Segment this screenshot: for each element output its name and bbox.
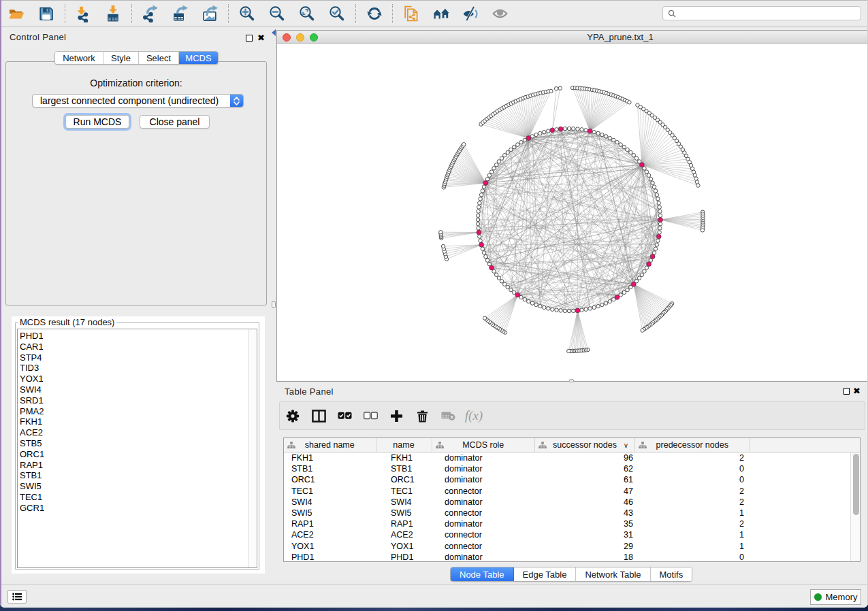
column-header-successor-nodes[interactable]: successor nodes∨ — [535, 438, 635, 452]
table-row[interactable]: ACE2ACE2connector311 — [284, 529, 850, 540]
toolbar-separator — [65, 4, 65, 23]
cell-successor_nodes: 47 — [565, 486, 633, 497]
export-table-button[interactable] — [165, 1, 195, 26]
network-window-title: YPA_prune.txt_1 — [587, 31, 653, 44]
tab-node-table[interactable]: Node Table — [451, 567, 514, 581]
result-list-scrollbar[interactable] — [248, 329, 257, 567]
memory-button[interactable]: Memory — [810, 589, 861, 605]
mcds-result-list[interactable]: PHD1CAR1STP4TID3YOX1SWI4SRD1PMA2FKH1ACE2… — [17, 329, 257, 568]
table-row[interactable]: RAP1RAP1dominator352 — [284, 518, 850, 529]
column-header-predecessor-nodes[interactable]: predecessor nodes — [635, 438, 750, 452]
network-canvas[interactable] — [277, 44, 868, 381]
mcds-result-node[interactable]: PHD1 — [18, 331, 257, 342]
mcds-result-node[interactable]: GCR1 — [18, 503, 257, 514]
close-panel-button[interactable]: Close panel — [140, 115, 210, 129]
table-options-button[interactable] — [280, 403, 306, 428]
column-header-shared-name[interactable]: shared name — [284, 438, 376, 452]
control-panel: Control Panel ✖ NetworkStyleSelectMCDS O… — [0, 27, 272, 584]
cell-shared_name: RAP1 — [291, 518, 373, 529]
tab-mcds[interactable]: MCDS — [179, 52, 218, 64]
export-network-button[interactable] — [135, 1, 165, 26]
delete-columns-button[interactable] — [409, 403, 435, 428]
mcds-result-node[interactable]: CAR1 — [18, 342, 257, 352]
float-panel-icon[interactable] — [246, 35, 253, 42]
import-network-from-file-button[interactable] — [68, 1, 98, 26]
tab-network[interactable]: Network — [55, 52, 103, 64]
cell-successor_nodes: 46 — [565, 497, 633, 508]
window-maximize-button[interactable] — [310, 33, 318, 42]
mcds-result-node[interactable]: ORC1 — [18, 449, 257, 460]
table-scrollbar[interactable] — [850, 452, 860, 561]
network-window-titlebar[interactable]: YPA_prune.txt_1 — [277, 31, 868, 44]
delete-table-button[interactable] — [435, 403, 461, 428]
apply-layout-button[interactable] — [359, 1, 389, 26]
window-close-button[interactable] — [283, 33, 291, 42]
import-table-from-file-button[interactable] — [98, 1, 128, 26]
first-neighbors-button[interactable] — [426, 1, 456, 26]
mcds-result-node[interactable]: YOX1 — [18, 374, 257, 384]
fit-content-button[interactable] — [292, 1, 322, 26]
float-table-panel-icon[interactable] — [843, 388, 850, 395]
close-panel-icon[interactable]: ✖ — [257, 33, 265, 43]
tab-style[interactable]: Style — [103, 52, 139, 64]
cell-successor_nodes: 18 — [565, 552, 633, 561]
new-network-from-selection-button[interactable] — [396, 1, 426, 26]
column-header-name[interactable]: name — [376, 438, 432, 452]
table-row[interactable]: ORC1ORC1dominator610 — [284, 474, 850, 485]
tab-select[interactable]: Select — [139, 52, 179, 64]
horizontal-divider-grip[interactable] — [569, 379, 574, 382]
window-minimize-button[interactable] — [296, 33, 304, 42]
mcds-result-node[interactable]: STB5 — [18, 438, 257, 449]
run-mcds-button[interactable]: Run MCDS — [65, 115, 129, 129]
export-image-button[interactable] — [195, 1, 225, 26]
tab-edge-table[interactable]: Edge Table — [514, 567, 577, 581]
vertical-split-divider[interactable] — [272, 27, 276, 584]
create-new-column-button[interactable] — [383, 403, 409, 428]
tab-motifs[interactable]: Motifs — [651, 567, 692, 581]
mcds-result-node[interactable]: TID3 — [18, 363, 257, 374]
network-graph — [277, 44, 868, 381]
table-panel-titlebar: Table Panel ✖ — [276, 382, 868, 400]
mcds-result-node[interactable]: ACE2 — [18, 427, 257, 438]
open-file-button[interactable] — [1, 1, 31, 26]
tab-network-table[interactable]: Network Table — [576, 567, 650, 581]
mcds-result-node[interactable]: RAP1 — [18, 460, 257, 471]
table-row[interactable]: YOX1YOX1connector291 — [284, 541, 850, 552]
collapse-left-arrow-icon[interactable] — [272, 29, 276, 36]
search-input[interactable] — [676, 7, 861, 19]
mcds-result-node[interactable]: FKH1 — [18, 416, 257, 427]
table-row[interactable]: TEC1TEC1connector472 — [284, 486, 850, 497]
show-all-button[interactable] — [486, 1, 516, 26]
column-header-MCDS-role[interactable]: MCDS role — [432, 438, 536, 452]
save-session-button[interactable] — [31, 1, 61, 26]
export-network-icon — [142, 5, 159, 22]
cell-predecessor_nodes: 0 — [676, 474, 744, 485]
mcds-result-node[interactable]: TEC1 — [18, 492, 257, 503]
mcds-result-node[interactable]: SRD1 — [18, 395, 257, 406]
zoom-selected-button[interactable] — [322, 1, 352, 26]
table-row[interactable]: SWI4SWI4dominator462 — [284, 497, 850, 508]
mcds-result-node[interactable]: STB1 — [18, 470, 257, 481]
mcds-result-node[interactable]: STP4 — [18, 352, 257, 363]
select-all-rows-button[interactable] — [332, 403, 357, 428]
mcds-result-node[interactable]: SWI5 — [18, 481, 257, 492]
table-row[interactable]: PHD1PHD1dominator180 — [284, 552, 850, 561]
table-scrollbar-thumb[interactable] — [853, 454, 859, 515]
function-builder-button[interactable]: f(x) — [461, 403, 487, 428]
close-table-panel-icon[interactable]: ✖ — [853, 386, 861, 396]
zoom-out-button[interactable] — [262, 1, 292, 26]
table-row[interactable]: FKH1FKH1dominator962 — [284, 452, 850, 463]
show-eye-icon — [492, 5, 510, 22]
show-column-button[interactable] — [306, 403, 332, 428]
mcds-result-node[interactable]: SWI4 — [18, 384, 257, 395]
table-row[interactable]: SWI5SWI5connector431 — [284, 508, 850, 518]
column-label: successor nodes — [553, 440, 617, 450]
vertical-divider-grip[interactable] — [272, 301, 276, 308]
hide-selected-button[interactable] — [456, 1, 486, 26]
mcds-result-node[interactable]: PMA2 — [18, 406, 257, 417]
criterion-dropdown[interactable]: largest connected component (undirected) — [32, 94, 244, 108]
task-history-button[interactable] — [7, 590, 27, 604]
deselect-all-rows-button[interactable] — [357, 403, 383, 428]
table-row[interactable]: STB1STB1dominator620 — [284, 463, 850, 474]
zoom-in-button[interactable] — [232, 1, 262, 26]
